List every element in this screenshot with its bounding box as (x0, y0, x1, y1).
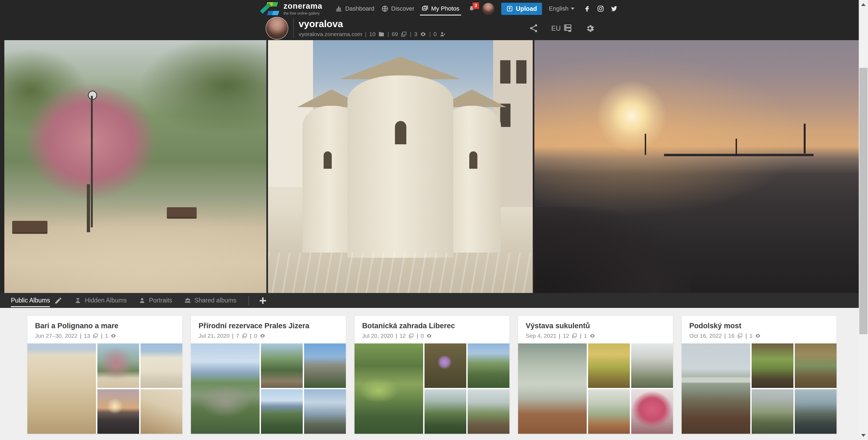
gear-icon[interactable] (585, 23, 595, 33)
album-title[interactable]: Podolský most (689, 322, 829, 330)
tab-hidden-albums[interactable]: Hidden Albums (74, 297, 127, 304)
notifications-button[interactable]: 3 (468, 5, 475, 12)
album-thumbnail[interactable] (588, 343, 630, 388)
tab-public-albums[interactable]: Public Albums (11, 297, 50, 304)
album-thumbnail[interactable] (752, 343, 794, 388)
album-tabs: Public Albums Hidden Albums Portraits Sh… (0, 293, 859, 308)
album-thumbnail[interactable] (141, 389, 182, 434)
cover-photo-white-church[interactable] (268, 40, 533, 293)
album-thumbnail[interactable] (304, 343, 346, 388)
hidden-person-icon (74, 297, 82, 304)
album-collage (682, 343, 837, 434)
photo-stack-icon (571, 333, 578, 339)
photo-stack-icon (408, 333, 414, 339)
nav-dashboard[interactable]: Dashboard (335, 5, 374, 12)
nav-discover[interactable]: Discover (381, 5, 414, 12)
album-thumbnail[interactable] (631, 343, 673, 388)
album-thumbnail[interactable] (795, 389, 837, 434)
album-title[interactable]: Přírodní rezervace Prales Jizera (198, 322, 338, 330)
tab-shared-albums[interactable]: Shared albums (184, 297, 237, 304)
album-thumbnail[interactable] (752, 389, 794, 434)
bar-chart-icon (335, 5, 342, 12)
album-thumbnail[interactable] (518, 343, 587, 434)
album-date: Jul 21, 2020 (198, 333, 229, 339)
album-date: Jul 20, 2020 (362, 333, 393, 339)
album-thumbnail[interactable] (141, 343, 182, 388)
album-thumbnail[interactable] (97, 389, 139, 434)
header: zonerama the free online gallery Dashboa… (0, 0, 859, 40)
add-album-button[interactable]: + (259, 295, 267, 306)
eye-icon (589, 333, 595, 339)
folder-icon (378, 31, 384, 37)
eye-icon (111, 333, 116, 339)
album-thumbnail[interactable] (425, 343, 466, 388)
region-label: EU (551, 24, 561, 32)
album-card[interactable]: Botanická zahrada Liberec Jul 20, 2020 |… (354, 315, 510, 434)
album-thumbnail[interactable] (27, 343, 96, 434)
album-thumbnail[interactable] (631, 389, 673, 434)
album-card[interactable]: Bari a Polignano a mare Jun 27–30, 2022 … (27, 315, 183, 434)
album-thumbnail[interactable] (97, 343, 139, 388)
album-thumbnail[interactable] (468, 343, 509, 388)
album-thumbnail[interactable] (795, 343, 837, 388)
twitter-icon[interactable] (610, 5, 618, 12)
album-thumbnail[interactable] (354, 343, 423, 434)
portrait-person-icon (138, 297, 146, 304)
profile-url[interactable]: vyoralova.zonerama.com (299, 31, 362, 37)
album-meta: Jul 21, 2020 | 7 | 0 (198, 333, 338, 339)
album-thumbnail[interactable] (682, 343, 750, 434)
album-thumbnail[interactable] (261, 343, 303, 388)
album-collage (354, 343, 509, 434)
tab-public-albums-label: Public Albums (11, 297, 50, 304)
vertical-scrollbar[interactable] (859, 0, 868, 440)
profile-avatar[interactable] (266, 17, 288, 40)
album-thumbnail[interactable] (304, 389, 346, 434)
album-card[interactable]: Výstava sukulentů Sep 4, 2021 | 12 | 1 (518, 315, 673, 434)
share-icon[interactable] (529, 23, 539, 33)
eye-icon (420, 31, 426, 37)
zonerama-logo[interactable]: zonerama the free online gallery (266, 2, 322, 16)
facebook-icon[interactable] (583, 5, 591, 12)
album-thumbnail[interactable] (261, 389, 303, 434)
album-title[interactable]: Botanická zahrada Liberec (362, 322, 502, 330)
nav-my-photos[interactable]: My Photos (422, 5, 460, 12)
tab-portraits[interactable]: Portraits (138, 297, 172, 304)
profile-divider (293, 18, 294, 38)
cover-photo-flowering-tree[interactable] (4, 40, 267, 293)
album-thumbnail[interactable] (191, 343, 259, 434)
upload-button[interactable]: Upload (501, 3, 542, 15)
album-card[interactable]: Přírodní rezervace Prales Jizera Jul 21,… (191, 315, 346, 434)
cover-photo-sunset-pier[interactable] (534, 40, 859, 293)
album-title[interactable]: Bari a Polignano a mare (35, 322, 175, 330)
photo-stack-icon (737, 333, 743, 339)
album-thumbnail[interactable] (425, 389, 466, 434)
album-collage (191, 343, 346, 434)
album-card[interactable]: Podolský most Oct 16, 2022 | 16 | 1 (681, 315, 837, 434)
brand-tagline: the free online gallery (283, 11, 322, 15)
followers-count: 0 (433, 31, 437, 37)
scroll-up-button[interactable] (859, 0, 868, 9)
album-thumbnail[interactable] (468, 389, 509, 434)
person-plus-icon (439, 31, 446, 37)
eye-icon (259, 333, 266, 339)
user-avatar-small[interactable] (482, 3, 494, 14)
photos-count: 69 (392, 31, 398, 37)
globe-icon (381, 5, 389, 12)
instagram-icon[interactable] (597, 5, 604, 12)
cover-photos (0, 40, 859, 293)
album-title[interactable]: Výstava sukulentů (526, 322, 665, 330)
group-icon (184, 297, 191, 304)
album-thumbnail[interactable] (588, 389, 630, 434)
main-navbar: zonerama the free online gallery Dashboa… (266, 0, 593, 18)
upload-icon (506, 5, 513, 12)
nav-my-photos-label: My Photos (431, 5, 460, 12)
album-photo-count: 12 (563, 333, 569, 339)
album-photo-count: 16 (728, 333, 735, 339)
pencil-icon[interactable] (54, 296, 62, 305)
eye-icon (755, 333, 761, 339)
header-actions: EU (529, 23, 595, 33)
language-selector[interactable]: English (549, 5, 575, 12)
scrollbar-thumb[interactable] (859, 68, 867, 334)
scroll-down-button[interactable] (859, 431, 868, 440)
album-meta: Jul 20, 2020 | 12 | 0 (362, 333, 502, 339)
